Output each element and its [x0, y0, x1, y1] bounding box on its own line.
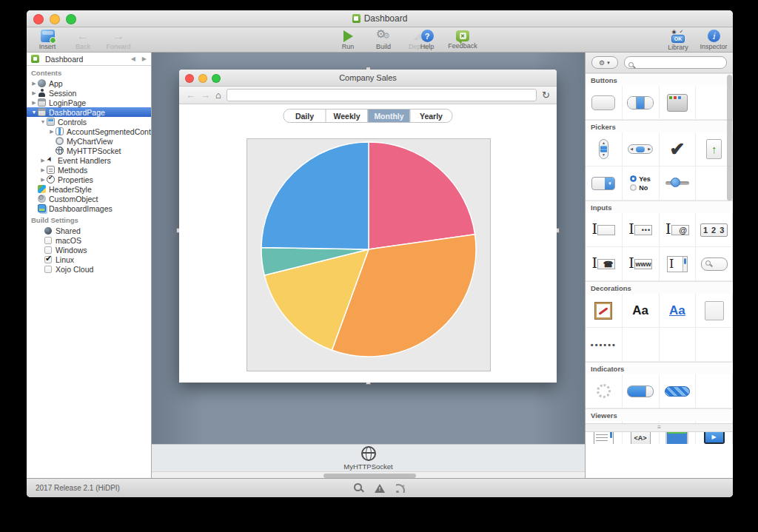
library-grid: ▲▼◀▶✔↑▼YesNo [586, 132, 733, 201]
checkbox-icon[interactable] [44, 237, 52, 244]
tree-item-MyChartView[interactable]: MyChartView [27, 136, 151, 146]
library-item-number-field[interactable]: 1 2 3 [696, 213, 733, 247]
tree-item-App[interactable]: ▶App [27, 78, 151, 88]
checkbox-icon[interactable] [44, 256, 52, 263]
disclosure-triangle[interactable]: ▶ [30, 81, 38, 87]
build-target-label: macOS [56, 236, 81, 245]
library-item-progress-bar[interactable] [623, 374, 660, 408]
library-item-phone-field[interactable]: I☎ [586, 247, 623, 281]
tree-item-HeaderStyle[interactable]: HeaderStyle [27, 184, 151, 194]
webpage-preview[interactable]: Company Sales ← → ⌂ ↻ DailyWeeklyMonthly… [179, 70, 557, 382]
back-button[interactable]: ← Back [65, 28, 101, 50]
library-item-text-field[interactable]: I [586, 213, 623, 247]
images-icon [38, 204, 46, 212]
build-target-macOS[interactable]: macOS [27, 235, 151, 245]
close-button[interactable] [33, 14, 44, 24]
library-item-password-field[interactable]: I••• [623, 213, 660, 247]
library-empty-cell [696, 374, 733, 408]
window-titlebar[interactable]: Dashboard [27, 10, 733, 27]
library-item-button[interactable] [586, 86, 623, 120]
library-scrollbar-thumb[interactable] [727, 75, 732, 201]
minimize-button[interactable] [50, 14, 60, 24]
insert-button[interactable]: Insert [30, 28, 65, 50]
segment-monthly[interactable]: Monthly [368, 110, 410, 122]
segment-weekly[interactable]: Weekly [326, 110, 368, 122]
library-item-slider[interactable] [660, 166, 697, 201]
disclosure-triangle[interactable]: ▼ [39, 119, 47, 124]
library-button[interactable]: ◉ ✓OK Library [660, 28, 696, 51]
tree-item-MyHTTPSocket[interactable]: MyHTTPSocket [27, 146, 151, 155]
navigator-back-icon[interactable]: ◀ [131, 55, 135, 62]
tree-item-LoginPage[interactable]: ▶LoginPage [27, 98, 151, 107]
checkbox-icon[interactable] [44, 246, 52, 254]
disclosure-triangle[interactable]: ▶ [39, 177, 47, 183]
feedback-button[interactable]: ✕ Feedback [445, 28, 480, 50]
disclosure-triangle[interactable]: ▶ [48, 129, 56, 135]
library-item-email-field[interactable]: I@ [660, 213, 697, 247]
tree-item-label: CustomObject [49, 195, 98, 203]
library-item-separator[interactable]: •••••• [586, 328, 623, 362]
library-item-scrollbar[interactable]: ◀▶ [623, 132, 660, 166]
design-canvas[interactable]: Company Sales ← → ⌂ ↻ DailyWeeklyMonthly… [152, 53, 585, 444]
disclosure-triangle[interactable]: ▶ [30, 90, 38, 96]
library-item-segmented-control[interactable] [623, 86, 660, 120]
navigator-forward-icon[interactable]: ▶ [142, 55, 147, 62]
tree-item-Event Handlers[interactable]: ▶Event Handlers [27, 155, 151, 165]
library-search-field[interactable] [624, 56, 727, 69]
library-item-link[interactable]: Aa [660, 294, 697, 328]
library-item-indeterminate-progress[interactable] [660, 374, 697, 408]
build-target-Xojo Cloud[interactable]: Xojo Cloud [27, 264, 151, 274]
library-settings-button[interactable]: ⚙▼ [591, 56, 618, 69]
status-search-icon[interactable] [354, 483, 363, 493]
library-item-popup-menu[interactable]: ▼ [586, 166, 623, 201]
build-target-Shared[interactable]: Shared [27, 226, 151, 235]
run-button[interactable]: Run [330, 28, 366, 50]
library-item-activity-indicator[interactable] [586, 374, 623, 408]
segmented-icon [56, 127, 64, 135]
library-item-checkbox[interactable]: ✔ [660, 132, 697, 166]
library-item-label[interactable]: Aa [623, 294, 660, 328]
library-item-search-field[interactable] [696, 247, 733, 281]
tree-item-Methods[interactable]: ▶Methods [27, 165, 151, 175]
forward-button[interactable]: → Forward [101, 28, 136, 50]
methods-icon [47, 166, 55, 174]
build-button[interactable]: ⚙⚙ Build [366, 28, 401, 50]
browser-url-field[interactable] [227, 89, 537, 101]
tree-item-AccountSegmentedControl[interactable]: ▶AccountSegmentedControl [27, 127, 151, 136]
library-grid [586, 374, 733, 408]
library-body: ButtonsPickers▲▼◀▶✔↑▼YesNoInputsII•••I@1… [586, 73, 733, 444]
library-item-url-field[interactable]: Iwww [623, 247, 660, 281]
status-feed-icon[interactable] [396, 483, 406, 493]
chart-view[interactable] [246, 138, 491, 371]
tree-item-DashboardPage[interactable]: ▼DashboardPage [27, 107, 151, 117]
insert-cube-icon [41, 30, 55, 42]
shared-icon[interactable] [44, 227, 52, 235]
tree-item-Controls[interactable]: ▼Controls [27, 117, 151, 127]
library-icon: ◉ ✓OK [671, 29, 685, 43]
library-item-canvas[interactable] [586, 294, 623, 328]
httpsocket-icon[interactable] [361, 446, 376, 461]
library-splitter[interactable]: ≡ [586, 423, 733, 432]
style-icon [38, 185, 46, 193]
build-target-Linux[interactable]: Linux [27, 255, 151, 264]
zoom-button[interactable] [66, 14, 76, 24]
tree-item-DashboardImages[interactable]: DashboardImages [27, 203, 151, 213]
library-item-text-area[interactable]: I [660, 247, 697, 281]
library-item-toolbar[interactable] [660, 86, 697, 120]
disclosure-triangle[interactable]: ▶ [39, 167, 47, 173]
tree-item-CustomObject[interactable]: CustomObject [27, 194, 151, 203]
library-item-stepper[interactable]: ▲▼ [586, 132, 623, 166]
disclosure-triangle[interactable]: ▼ [30, 110, 38, 115]
disclosure-triangle[interactable]: ▶ [30, 100, 38, 106]
status-warnings-icon[interactable] [375, 484, 385, 493]
library-item-rectangle[interactable] [696, 294, 733, 328]
checkbox-icon[interactable] [44, 266, 52, 273]
library-item-radio-group[interactable]: YesNo [623, 166, 660, 201]
segment-daily[interactable]: Daily [284, 110, 326, 122]
help-button[interactable]: ? Help [409, 28, 445, 50]
feedback-bubble-icon: ✕ [456, 30, 469, 41]
segment-yearly[interactable]: Yearly [410, 110, 452, 122]
tree-item-Properties[interactable]: ▶Properties [27, 175, 151, 184]
inspector-button[interactable]: i Inspector [696, 28, 731, 51]
tree-item-Session[interactable]: ▶Session [27, 88, 151, 98]
